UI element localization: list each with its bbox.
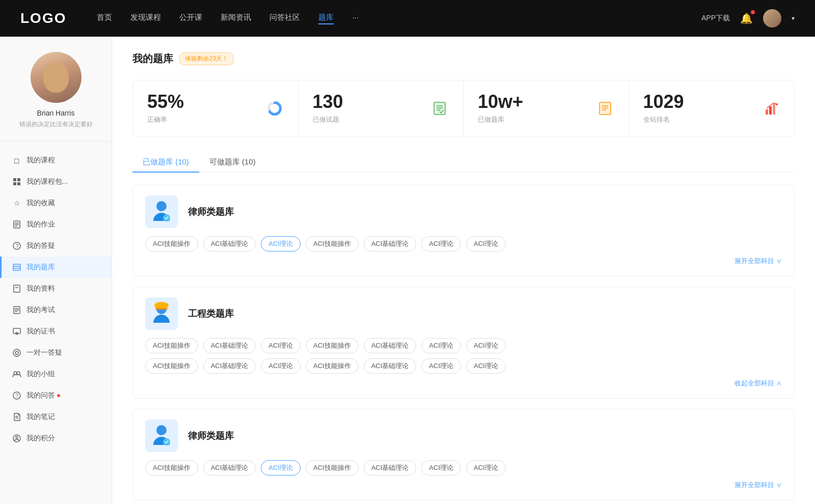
bank-tag[interactable]: ACI理论 xyxy=(466,338,506,353)
bank-expand-lawyer-1[interactable]: 展开全部科目 ∨ xyxy=(145,257,782,266)
sidebar-item-my-cert[interactable]: 我的证书 xyxy=(0,321,112,342)
sidebar-item-homework[interactable]: 我的作业 xyxy=(0,214,112,235)
bank-tag[interactable]: ACI理论 xyxy=(421,460,461,475)
sidebar-item-my-notes[interactable]: 我的笔记 xyxy=(0,406,112,428)
bank-tag[interactable]: ACI基础理论 xyxy=(364,358,417,374)
sidebar-item-my-group[interactable]: 我的小组 xyxy=(0,363,112,385)
sidebar-item-my-points[interactable]: 我的积分 xyxy=(0,428,112,449)
bank-tag-active[interactable]: ACI理论 xyxy=(261,460,301,475)
bank-tag[interactable]: ACI理论 xyxy=(466,358,506,374)
user-avatar[interactable] xyxy=(763,9,781,27)
svg-point-50 xyxy=(154,302,169,309)
stat-left: 55% 正确率 xyxy=(147,93,184,124)
app-download-button[interactable]: APP下载 xyxy=(701,14,730,23)
material-icon xyxy=(12,284,21,293)
nav-qa[interactable]: 问答社区 xyxy=(269,13,300,24)
svg-rect-43 xyxy=(766,109,768,115)
question-icon: ? xyxy=(12,391,21,400)
bank-tag[interactable]: ACI基础理论 xyxy=(364,236,417,251)
correct-rate-label: 正确率 xyxy=(147,115,184,124)
bank-tag[interactable]: ACI理论 xyxy=(466,460,506,475)
done-questions-label: 已做试题 xyxy=(313,115,343,124)
bank-tag[interactable]: ACI技能操作 xyxy=(306,338,359,353)
header: LOGO 首页 发现课程 公开课 新闻资讯 问答社区 题库 ··· APP下载 … xyxy=(0,0,815,37)
group-icon xyxy=(12,370,21,379)
bank-tag[interactable]: ACI基础理论 xyxy=(364,460,417,475)
svg-rect-0 xyxy=(13,178,16,181)
bank-section-engineer: 工程类题库 ACI技能操作 ACI基础理论 ACI理论 ACI技能操作 ACI基… xyxy=(132,287,795,399)
bank-tag[interactable]: ACI基础理论 xyxy=(203,460,256,475)
bank-tag[interactable]: ACI技能操作 xyxy=(145,460,198,475)
notification-bell[interactable]: 🔔 xyxy=(740,12,753,24)
bank-expand-engineer[interactable]: 收起全部科目 ∧ xyxy=(145,379,782,388)
svg-rect-3 xyxy=(17,182,20,185)
sidebar-item-my-question[interactable]: ? 我的问答 xyxy=(0,385,112,406)
bank-tag-active[interactable]: ACI理论 xyxy=(261,236,301,251)
stats-row: 55% 正确率 130 已做试题 xyxy=(132,80,795,137)
nav-home[interactable]: 首页 xyxy=(97,13,112,24)
avatar-image xyxy=(31,52,82,103)
sidebar-item-my-bank[interactable]: 我的题库 xyxy=(0,257,112,278)
nav-discover[interactable]: 发现课程 xyxy=(130,13,161,24)
bank-tag[interactable]: ACI技能操作 xyxy=(306,460,359,475)
star-icon: ☆ xyxy=(12,199,21,208)
svg-point-32 xyxy=(270,104,279,113)
bell-icon: 🔔 xyxy=(740,13,753,24)
sidebar-item-my-course[interactable]: ◻ 我的课程 xyxy=(0,150,112,171)
avatar-dropdown-arrow[interactable]: ▾ xyxy=(792,15,795,22)
nav-questionbank[interactable]: 题库 xyxy=(318,13,334,24)
svg-point-24 xyxy=(17,372,20,375)
avatar-image xyxy=(763,9,781,27)
sidebar: Brian Harris 错误的决定比没有决定要好 ◻ 我的课程 我的课程包..… xyxy=(0,37,112,504)
nav-news[interactable]: 新闻资讯 xyxy=(221,13,251,24)
bank-icon xyxy=(12,263,21,272)
bank-tag[interactable]: ACI理论 xyxy=(261,338,301,353)
bank-tag[interactable]: ACI技能操作 xyxy=(306,358,359,374)
bank-tag[interactable]: ACI技能操作 xyxy=(306,236,359,251)
bank-tag[interactable]: ACI理论 xyxy=(421,338,461,353)
tab-done-banks[interactable]: 已做题库 (10) xyxy=(132,152,199,172)
exam-icon xyxy=(12,305,21,315)
bank-tag[interactable]: ACI基础理论 xyxy=(203,358,256,374)
correct-rate-icon xyxy=(265,99,284,118)
bank-tag[interactable]: ACI技能操作 xyxy=(145,338,198,353)
nav-more[interactable]: ··· xyxy=(352,13,359,24)
stat-ranking: 1029 全站排名 xyxy=(629,80,795,136)
bank-tag[interactable]: ACI基础理论 xyxy=(203,338,256,353)
bank-tag[interactable]: ACI技能操作 xyxy=(145,236,198,251)
bank-title-engineer: 工程类题库 xyxy=(188,307,234,320)
sidebar-item-my-qa[interactable]: ? 我的答疑 xyxy=(0,235,112,257)
stat-left: 10w+ 已做题库 xyxy=(478,93,523,124)
tab-available-banks[interactable]: 可做题库 (10) xyxy=(199,152,266,172)
nav-opencourse[interactable]: 公开课 xyxy=(179,13,202,24)
bank-tag[interactable]: ACI理论 xyxy=(261,358,301,374)
bank-tag[interactable]: ACI理论 xyxy=(466,236,506,251)
svg-rect-33 xyxy=(434,102,445,115)
stat-done-banks: 10w+ 已做题库 xyxy=(464,80,629,136)
bank-tags-engineer-row1: ACI技能操作 ACI基础理论 ACI理论 ACI技能操作 ACI基础理论 AC… xyxy=(145,338,782,353)
sidebar-item-course-package[interactable]: 我的课程包... xyxy=(0,171,112,192)
done-banks-icon xyxy=(596,99,614,118)
sidebar-item-my-exam[interactable]: 我的考试 xyxy=(0,299,112,321)
bank-tag[interactable]: ACI技能操作 xyxy=(145,358,198,374)
bank-tag[interactable]: ACI理论 xyxy=(421,236,461,251)
profile-avatar xyxy=(31,52,82,103)
bank-avatar-engineer xyxy=(145,297,178,330)
package-icon xyxy=(12,177,21,186)
svg-rect-44 xyxy=(769,106,772,115)
sidebar-item-one-on-one[interactable]: 一对一答疑 xyxy=(0,342,112,363)
bank-tag[interactable]: ACI理论 xyxy=(421,358,461,374)
sidebar-item-my-material[interactable]: 我的资料 xyxy=(0,278,112,299)
sidebar-item-favorites[interactable]: ☆ 我的收藏 xyxy=(0,192,112,214)
bank-expand-lawyer-2[interactable]: 展开全部科目 ∨ xyxy=(145,481,782,490)
sidebar-menu: ◻ 我的课程 我的课程包... ☆ 我的收藏 我的作业 xyxy=(0,142,112,457)
trial-badge: 体验剩余23天！ xyxy=(179,52,234,65)
svg-point-46 xyxy=(776,103,778,105)
bank-tag[interactable]: ACI基础理论 xyxy=(203,236,256,251)
points-icon xyxy=(12,434,21,443)
bank-avatar-lawyer xyxy=(145,195,178,228)
one-on-one-icon xyxy=(12,348,21,357)
bank-tag[interactable]: ACI基础理论 xyxy=(364,338,417,353)
logo: LOGO xyxy=(20,10,66,26)
notes-icon xyxy=(12,412,21,422)
